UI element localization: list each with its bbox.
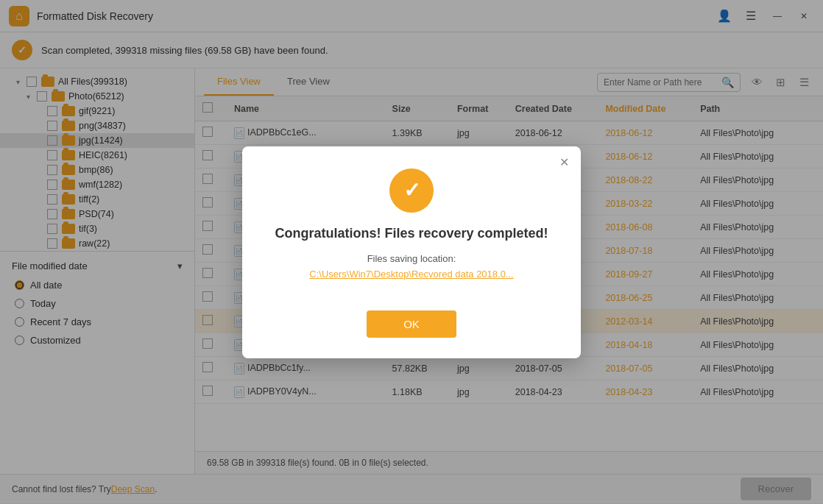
- recovery-complete-modal: ✕ Congratulations! Files recovery comple…: [242, 146, 581, 358]
- modal-success-icon: [389, 168, 434, 213]
- modal-close-button[interactable]: ✕: [559, 155, 569, 169]
- modal-body: Files saving location:: [272, 253, 551, 264]
- modal-overlay: ✕ Congratulations! Files recovery comple…: [0, 0, 823, 504]
- modal-ok-button[interactable]: OK: [367, 310, 456, 338]
- modal-title: Congratulations! Files recovery complete…: [272, 226, 551, 241]
- modal-save-location-link[interactable]: C:\Users\Win7\Desktop\Recvored data 2018…: [272, 269, 551, 280]
